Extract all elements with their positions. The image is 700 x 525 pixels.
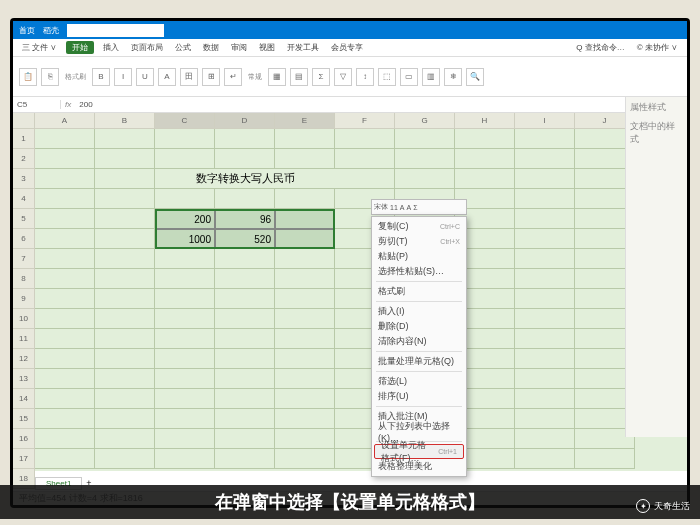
copy-button[interactable]: ⎘: [41, 68, 59, 86]
heading-cell: 数字转换大写人民币: [155, 169, 335, 189]
ctx-format-cells[interactable]: 设置单元格格式(F)…Ctrl+1: [374, 444, 464, 459]
ctx-cut[interactable]: 剪切(T)Ctrl+X: [372, 234, 466, 249]
find-button[interactable]: 🔍: [466, 68, 484, 86]
format-painter[interactable]: 格式刷: [63, 72, 88, 82]
side-panel-sub: 文档中的样式: [630, 120, 683, 146]
ctx-paste[interactable]: 粘贴(P): [372, 249, 466, 264]
ctx-sort[interactable]: 排序(U): [372, 389, 466, 404]
bold-button[interactable]: B: [92, 68, 110, 86]
menu-dev[interactable]: 开发工具: [284, 41, 322, 54]
name-box[interactable]: C5: [13, 100, 61, 109]
cell-c6[interactable]: 1000: [155, 229, 215, 249]
cell-d5[interactable]: 96: [215, 209, 275, 229]
fx-icon[interactable]: fx: [61, 100, 75, 109]
menu-find[interactable]: Q 查找命令…: [573, 41, 627, 54]
menu-vip[interactable]: 会员专享: [328, 41, 366, 54]
col-header[interactable]: D: [215, 113, 275, 129]
menu-layout[interactable]: 页面布局: [128, 41, 166, 54]
font-color-button[interactable]: A: [158, 68, 176, 86]
underline-button[interactable]: U: [136, 68, 154, 86]
titlebar-home[interactable]: 首页: [19, 25, 35, 36]
col-header[interactable]: G: [395, 113, 455, 129]
row-header[interactable]: 17: [13, 449, 35, 469]
row-header[interactable]: 16: [13, 429, 35, 449]
ctx-beautify[interactable]: 表格整理美化: [372, 459, 466, 474]
titlebar: 首页 稻壳 新建 XLSX 工作表.xlsx: [13, 21, 687, 39]
row-header[interactable]: 13: [13, 369, 35, 389]
row-header[interactable]: 8: [13, 269, 35, 289]
menu-formula[interactable]: 公式: [172, 41, 194, 54]
merge-button[interactable]: ⊞: [202, 68, 220, 86]
titlebar-tab[interactable]: 稻壳: [43, 25, 59, 36]
row-header[interactable]: 5: [13, 209, 35, 229]
col-header[interactable]: H: [455, 113, 515, 129]
row-header[interactable]: 9: [13, 289, 35, 309]
cell-d6[interactable]: 520: [215, 229, 275, 249]
wrap-button[interactable]: ↵: [224, 68, 242, 86]
italic-button[interactable]: I: [114, 68, 132, 86]
col-header[interactable]: F: [335, 113, 395, 129]
ribbon: 📋 ⎘ 格式刷 B I U A 田 ⊞ ↵ 常规 ▦ ▤ Σ ▽ ↕ ⬚ ▭ ▥…: [13, 57, 687, 97]
row-header[interactable]: 3: [13, 169, 35, 189]
row-header[interactable]: 12: [13, 349, 35, 369]
filter-button[interactable]: ▽: [334, 68, 352, 86]
row-headers: 1 2 3 4 5 6 7 8 9 10 11 12 13 14 15 16 1…: [13, 113, 35, 471]
format-button[interactable]: ⬚: [378, 68, 396, 86]
freeze-button[interactable]: ❄: [444, 68, 462, 86]
cell-e5[interactable]: [275, 209, 335, 229]
ctx-dropdown[interactable]: 从下拉列表中选择(K)…: [372, 424, 466, 439]
spreadsheet-grid[interactable]: 1 2 3 4 5 6 7 8 9 10 11 12 13 14 15 16 1…: [13, 113, 687, 471]
mini-size[interactable]: 11: [390, 204, 398, 211]
menubar: 三 文件 ∨ 开始 插入 页面布局 公式 数据 审阅 视图 开发工具 会员专享 …: [13, 39, 687, 57]
cell-e6[interactable]: [275, 229, 335, 249]
select-all[interactable]: [13, 113, 35, 129]
col-header[interactable]: I: [515, 113, 575, 129]
row-header[interactable]: 10: [13, 309, 35, 329]
mini-font[interactable]: 宋体: [374, 202, 388, 212]
col-header[interactable]: E: [275, 113, 335, 129]
ctx-insert[interactable]: 插入(I): [372, 304, 466, 319]
paste-button[interactable]: 📋: [19, 68, 37, 86]
formula-value[interactable]: 200: [75, 100, 96, 109]
mini-a1[interactable]: A: [400, 204, 405, 211]
row-header[interactable]: 4: [13, 189, 35, 209]
sheet-button[interactable]: ▥: [422, 68, 440, 86]
ctx-batch[interactable]: 批量处理单元格(Q): [372, 354, 466, 369]
mini-toolbar[interactable]: 宋体 11 A A Σ: [371, 199, 467, 215]
sort-button[interactable]: ↕: [356, 68, 374, 86]
mini-a2[interactable]: A: [406, 204, 411, 211]
row-header[interactable]: 1: [13, 129, 35, 149]
borders-button[interactable]: 田: [180, 68, 198, 86]
mini-sum[interactable]: Σ: [413, 204, 417, 211]
sum-button[interactable]: Σ: [312, 68, 330, 86]
ctx-delete[interactable]: 删除(D): [372, 319, 466, 334]
row-header[interactable]: 7: [13, 249, 35, 269]
side-panel-title: 属性样式: [630, 101, 683, 114]
row-header[interactable]: 6: [13, 229, 35, 249]
cond-format-button[interactable]: ▦: [268, 68, 286, 86]
cell-c5[interactable]: 200: [155, 209, 215, 229]
number-format[interactable]: 常规: [246, 72, 264, 82]
menu-data[interactable]: 数据: [200, 41, 222, 54]
ctx-filter[interactable]: 筛选(L): [372, 374, 466, 389]
menu-coop[interactable]: © 未协作 ∨: [634, 41, 681, 54]
row-header[interactable]: 14: [13, 389, 35, 409]
col-header[interactable]: C: [155, 113, 215, 129]
ctx-paste-special[interactable]: 选择性粘贴(S)…: [372, 264, 466, 279]
row-header[interactable]: 11: [13, 329, 35, 349]
ctx-clear[interactable]: 清除内容(N): [372, 334, 466, 349]
row-header[interactable]: 15: [13, 409, 35, 429]
rowcol-button[interactable]: ▭: [400, 68, 418, 86]
ctx-copy[interactable]: 复制(C)Ctrl+C: [372, 219, 466, 234]
file-menu[interactable]: 三 文件 ∨: [19, 41, 60, 54]
menu-view[interactable]: 视图: [256, 41, 278, 54]
ctx-format-painter[interactable]: 格式刷: [372, 284, 466, 299]
menu-start[interactable]: 开始: [66, 41, 94, 54]
col-header[interactable]: A: [35, 113, 95, 129]
menu-review[interactable]: 审阅: [228, 41, 250, 54]
titlebar-doc[interactable]: 新建 XLSX 工作表.xlsx: [67, 24, 164, 37]
table-style-button[interactable]: ▤: [290, 68, 308, 86]
row-header[interactable]: 2: [13, 149, 35, 169]
menu-insert[interactable]: 插入: [100, 41, 122, 54]
col-header[interactable]: B: [95, 113, 155, 129]
